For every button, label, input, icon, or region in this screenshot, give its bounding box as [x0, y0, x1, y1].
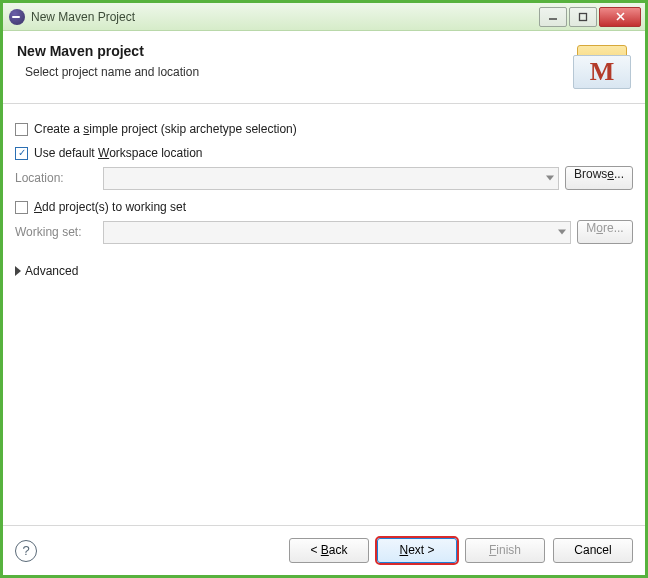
wizard-footer: ? < Back Next > Finish Cancel [3, 526, 645, 575]
cancel-button[interactable]: Cancel [553, 538, 633, 563]
more-button: More... [577, 220, 633, 244]
working-set-combo [103, 221, 571, 244]
footer-buttons: < Back Next > Finish Cancel [289, 538, 633, 563]
triangle-right-icon [15, 266, 21, 276]
svg-rect-1 [580, 13, 587, 20]
location-combo [103, 167, 559, 190]
add-to-working-set-row: Add project(s) to working set [15, 200, 633, 214]
advanced-toggle[interactable]: Advanced [15, 264, 633, 278]
add-to-working-set-checkbox[interactable] [15, 201, 28, 214]
wizard-title: New Maven project [17, 43, 199, 59]
add-to-working-set-label: Add project(s) to working set [34, 200, 186, 214]
working-set-row: Working set: More... [15, 220, 633, 244]
wizard-content: Create a simple project (skip archetype … [3, 104, 645, 525]
simple-project-checkbox[interactable] [15, 123, 28, 136]
minimize-button[interactable] [539, 7, 567, 27]
maven-banner-icon: M [573, 43, 631, 89]
location-label: Location: [15, 171, 97, 185]
maximize-button[interactable] [569, 7, 597, 27]
chevron-down-icon [558, 230, 566, 235]
location-row: Location: Browse... [15, 166, 633, 190]
finish-button: Finish [465, 538, 545, 563]
default-workspace-row: Use default Workspace location [15, 146, 633, 160]
browse-button[interactable]: Browse... [565, 166, 633, 190]
default-workspace-label: Use default Workspace location [34, 146, 203, 160]
advanced-label: Advanced [25, 264, 78, 278]
simple-project-row: Create a simple project (skip archetype … [15, 122, 633, 136]
window-controls [539, 7, 641, 27]
next-button[interactable]: Next > [377, 538, 457, 563]
window-title: New Maven Project [31, 10, 539, 24]
default-workspace-checkbox[interactable] [15, 147, 28, 160]
simple-project-label: Create a simple project (skip archetype … [34, 122, 297, 136]
back-button[interactable]: < Back [289, 538, 369, 563]
titlebar: New Maven Project [3, 3, 645, 31]
eclipse-icon [9, 9, 25, 25]
wizard-header: New Maven project Select project name an… [3, 31, 645, 104]
working-set-label: Working set: [15, 225, 97, 239]
header-text-block: New Maven project Select project name an… [17, 43, 199, 79]
wizard-window: New Maven Project New Maven project Sele… [0, 0, 648, 578]
chevron-down-icon [546, 176, 554, 181]
help-icon[interactable]: ? [15, 540, 37, 562]
maven-letter: M [590, 57, 615, 87]
wizard-subtitle: Select project name and location [17, 65, 199, 79]
close-button[interactable] [599, 7, 641, 27]
